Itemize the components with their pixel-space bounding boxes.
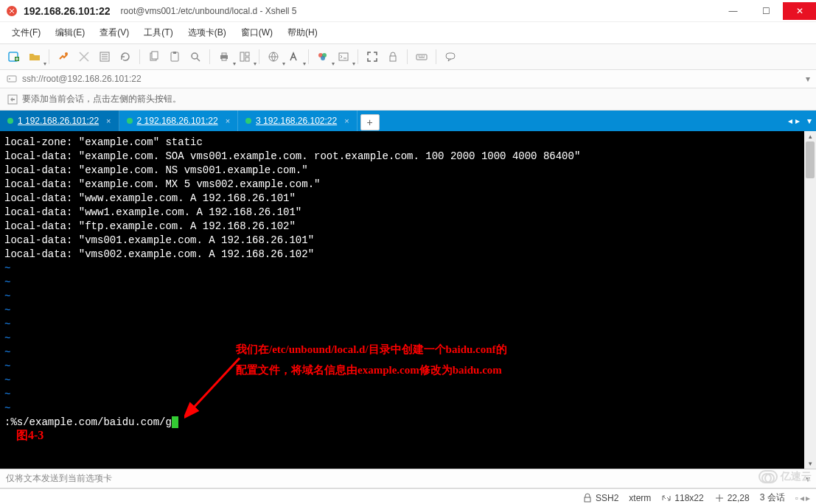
- tab-close-icon[interactable]: ×: [226, 116, 230, 125]
- address-bar[interactable]: ssh://root@192.168.26.101:22 ▾: [0, 70, 816, 88]
- menu-view[interactable]: 查看(V): [95, 25, 133, 41]
- window-title-sub: root@vms001:/etc/unbound/local.d - Xshel…: [121, 6, 297, 16]
- tab-list-icon[interactable]: ▾: [807, 116, 812, 126]
- svg-rect-28: [585, 497, 590, 502]
- status-term: xterm: [629, 493, 651, 503]
- broadcast-text: 仅将文本发送到当前选项卡: [6, 472, 112, 485]
- session-prev-icon[interactable]: ◂: [800, 493, 804, 503]
- info-bar: 要添加当前会话，点击左侧的箭头按钮。: [0, 88, 816, 111]
- status-dot-icon: [7, 118, 13, 124]
- window-controls: — ☐ ✕: [716, 2, 816, 20]
- broadcast-input[interactable]: 仅将文本发送到当前选项卡 ▾: [0, 469, 816, 489]
- svg-rect-6: [152, 52, 158, 59]
- disconnect-icon[interactable]: [74, 47, 94, 66]
- terminal-output[interactable]: local-zone: "example.com" static local-d…: [0, 131, 816, 469]
- tab-label: 1 192.168.26.101:22: [18, 116, 99, 126]
- toolbar-separator: [139, 49, 140, 64]
- keyboard-icon[interactable]: [412, 47, 431, 66]
- terminal-area[interactable]: local-zone: "example.com" static local-d…: [0, 131, 816, 469]
- title-bar: 192.168.26.101:22 root@vms001:/etc/unbou…: [0, 0, 816, 22]
- session-up-icon[interactable]: ▫: [795, 493, 798, 503]
- reconnect-icon[interactable]: [116, 47, 135, 66]
- app-icon: [6, 5, 18, 17]
- tab-label: 2 192.168.26.101:22: [137, 116, 218, 126]
- lock-icon[interactable]: [383, 47, 402, 66]
- status-dot-icon: [127, 118, 133, 124]
- scroll-down-icon[interactable]: ▾: [804, 458, 816, 469]
- status-bar: SSH2 xterm 118x22 22,28 3 会话 ▫ ◂ ▸: [0, 489, 816, 504]
- layout-icon[interactable]: [235, 47, 254, 66]
- menu-help[interactable]: 帮助(H): [283, 25, 322, 41]
- svg-point-9: [192, 53, 198, 59]
- lock-icon: [582, 493, 593, 503]
- svg-point-19: [321, 56, 325, 60]
- tab-session-1[interactable]: 1 192.168.26.101:22 ×: [0, 111, 119, 131]
- svg-point-25: [9, 78, 10, 80]
- color-icon[interactable]: [313, 47, 332, 66]
- status-dot-icon: [245, 118, 251, 124]
- menu-edit[interactable]: 编辑(E): [51, 25, 89, 41]
- copy-icon[interactable]: [144, 47, 164, 66]
- toolbar: [0, 44, 816, 70]
- tab-label: 3 192.168.26.102:22: [256, 116, 337, 126]
- paste-icon[interactable]: [165, 47, 184, 66]
- status-sessions: 3 会话: [760, 491, 785, 504]
- svg-rect-24: [7, 76, 16, 82]
- minimize-button[interactable]: —: [716, 2, 750, 20]
- print-icon[interactable]: [215, 47, 234, 66]
- tab-close-icon[interactable]: ×: [106, 116, 111, 125]
- menu-tools[interactable]: 工具(T): [139, 25, 177, 41]
- session-next-icon[interactable]: ▸: [806, 493, 810, 503]
- size-icon: [661, 493, 672, 503]
- session-link-icon: [6, 73, 18, 85]
- tab-nav: ◂ ▸ ▾: [788, 116, 816, 126]
- new-session-icon[interactable]: [4, 47, 24, 66]
- address-dropdown-icon[interactable]: ▾: [806, 74, 810, 84]
- svg-rect-23: [446, 53, 455, 59]
- info-text: 要添加当前会话，点击左侧的箭头按钮。: [22, 93, 181, 105]
- toolbar-separator: [209, 49, 210, 64]
- svg-point-3: [65, 52, 68, 55]
- new-tab-button[interactable]: +: [360, 114, 380, 130]
- add-session-icon[interactable]: [7, 94, 18, 105]
- tab-prev-icon[interactable]: ◂: [788, 116, 792, 126]
- properties-icon[interactable]: [95, 47, 114, 66]
- tab-next-icon[interactable]: ▸: [795, 116, 800, 126]
- svg-rect-12: [222, 58, 226, 60]
- status-nav[interactable]: ▫ ◂ ▸: [795, 493, 810, 503]
- annotation-text: 我们在/etc/unbound/local.d/目录中创建一个baidu.con…: [236, 339, 507, 380]
- menu-file[interactable]: 文件(F): [7, 25, 45, 41]
- toolbar-separator: [259, 49, 259, 64]
- svg-rect-11: [222, 53, 226, 55]
- close-button[interactable]: ✕: [783, 2, 816, 20]
- tab-session-3[interactable]: 3 192.168.26.102:22 ×: [238, 111, 358, 131]
- tab-session-2[interactable]: 2 192.168.26.101:22 ×: [119, 111, 239, 131]
- svg-rect-15: [245, 57, 249, 61]
- help-icon[interactable]: [441, 47, 460, 66]
- figure-label: 图4-3: [16, 428, 43, 444]
- session-tabs: 1 192.168.26.101:22 × 2 192.168.26.101:2…: [0, 111, 816, 131]
- font-icon[interactable]: [285, 47, 304, 66]
- window-title-main: 192.168.26.101:22: [24, 5, 111, 17]
- address-text: ssh://root@192.168.26.101:22: [22, 74, 806, 84]
- scroll-thumb[interactable]: [806, 141, 815, 178]
- encoding-icon[interactable]: [264, 47, 283, 66]
- fullscreen-icon[interactable]: [363, 47, 382, 66]
- svg-rect-8: [173, 52, 176, 54]
- toolbar-separator: [436, 49, 436, 64]
- search-icon[interactable]: [186, 47, 205, 66]
- scroll-up-icon[interactable]: ▴: [804, 131, 816, 141]
- menu-tabs[interactable]: 选项卡(B): [184, 25, 231, 41]
- connect-icon[interactable]: [54, 47, 73, 66]
- menu-window[interactable]: 窗口(W): [237, 25, 277, 41]
- tab-close-icon[interactable]: ×: [344, 116, 349, 125]
- status-pos: 22,28: [714, 493, 750, 503]
- svg-rect-21: [390, 56, 396, 61]
- status-size: 118x22: [661, 493, 703, 503]
- open-session-icon[interactable]: [25, 47, 44, 66]
- maximize-button[interactable]: ☐: [750, 2, 783, 20]
- status-ssh: SSH2: [582, 493, 618, 503]
- script-icon[interactable]: [334, 47, 353, 66]
- scrollbar[interactable]: ▴ ▾: [804, 131, 816, 469]
- svg-rect-13: [240, 52, 244, 61]
